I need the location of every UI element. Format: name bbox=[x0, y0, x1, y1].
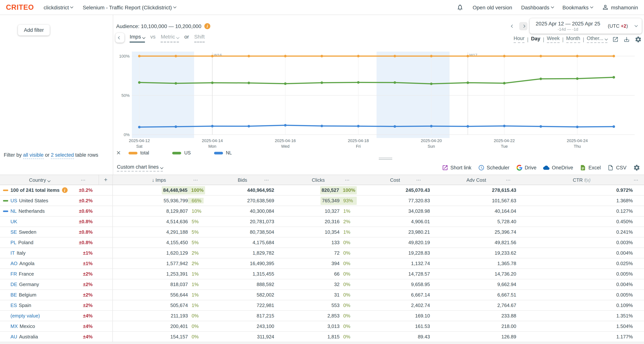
table-settings-gear-icon[interactable] bbox=[633, 164, 640, 171]
legend-close-icon[interactable]: ✕ bbox=[116, 150, 121, 156]
cell-country[interactable]: NLNetherlands±0.6% bbox=[0, 206, 98, 216]
add-column-button[interactable]: + bbox=[98, 175, 113, 185]
granularity-week[interactable]: Week bbox=[547, 36, 560, 43]
cell-country[interactable]: BEBelgium±2% bbox=[0, 290, 98, 300]
cell-country[interactable]: USUnited States±0.2% bbox=[0, 196, 98, 206]
table-row[interactable]: FRFrance±2%1,253,3911%1,315,455660%14,72… bbox=[0, 269, 644, 279]
legend-item-nl[interactable]: NL bbox=[214, 150, 232, 156]
cell-country[interactable]: ESSpain±2% bbox=[0, 300, 98, 310]
bell-icon[interactable] bbox=[457, 4, 464, 11]
table-row[interactable]: MXMexico±4%200,4010%243,1003,0130%161.53… bbox=[0, 321, 644, 332]
table-row[interactable]: PLPoland±0.8%4,155,4505%4,175,6841330%49… bbox=[0, 237, 644, 248]
country-code[interactable]: PL bbox=[10, 240, 16, 245]
shift-option[interactable]: Shift bbox=[194, 34, 205, 43]
cell-country[interactable]: 100 of 241 total itemsi±0.2% bbox=[0, 185, 98, 195]
excel-export-button[interactable]: Excel bbox=[580, 165, 601, 171]
column-header-country[interactable]: Country ⋯ bbox=[0, 175, 98, 185]
country-code[interactable]: AO bbox=[10, 261, 18, 266]
column-options-icon[interactable]: ⋯ bbox=[264, 177, 269, 183]
csv-export-button[interactable]: CSV bbox=[608, 165, 626, 171]
table-row[interactable]: ITItaly±1%1,620,1292%1,829,782720%19,228… bbox=[0, 248, 644, 258]
cell-country[interactable]: (empty value)±4% bbox=[0, 311, 98, 321]
country-code[interactable]: FR bbox=[10, 271, 17, 277]
table-row[interactable]: AOAngola±1%1,577,9422%16,490,3953940%1,1… bbox=[0, 258, 644, 269]
country-code[interactable]: US bbox=[10, 198, 17, 203]
open-in-new-icon[interactable] bbox=[612, 36, 618, 43]
table-row[interactable]: (empty value)±4%211,1930%817,2152,8530%1… bbox=[0, 311, 644, 321]
table-row[interactable]: USUnited States±0.2%55,936,79966%270,638… bbox=[0, 196, 644, 206]
cell-country[interactable]: MXMexico±4% bbox=[0, 321, 98, 331]
column-header-bids[interactable]: Bids ⋯ bbox=[205, 175, 280, 185]
column-options-icon[interactable]: ⋯ bbox=[506, 177, 511, 183]
date-next-button[interactable] bbox=[519, 22, 528, 30]
add-filter-button[interactable]: Add filter bbox=[18, 25, 50, 36]
country-code[interactable]: BE bbox=[10, 292, 17, 298]
collapse-chart-button[interactable] bbox=[116, 33, 124, 43]
metric-compare-dropdown[interactable]: Metric bbox=[161, 34, 179, 43]
all-visible-link[interactable]: all visible bbox=[23, 152, 44, 159]
country-code[interactable]: SE bbox=[10, 229, 17, 235]
user-menu[interactable]: mshamonin bbox=[602, 4, 638, 11]
column-options-icon[interactable]: ⋯ bbox=[345, 177, 350, 183]
column-options-icon[interactable]: ⋯ bbox=[634, 177, 639, 183]
cell-country[interactable]: DEGermany±2% bbox=[0, 279, 98, 289]
open-old-version-link[interactable]: Open old version bbox=[473, 4, 512, 10]
drive-export-button[interactable]: Drive bbox=[516, 165, 536, 171]
country-code[interactable]: UK bbox=[10, 219, 17, 224]
table-row[interactable]: UK±0.8%4,514,6365%20,781,07320,3162%4,90… bbox=[0, 216, 644, 227]
country-code[interactable]: IT bbox=[10, 250, 15, 256]
column-options-icon[interactable]: ⋯ bbox=[81, 177, 86, 183]
onedrive-export-button[interactable]: OneDrive bbox=[543, 165, 573, 171]
granularity-other[interactable]: Other... bbox=[587, 36, 608, 43]
table-row[interactable]: 100 of 241 total itemsi±0.2%84,448,94510… bbox=[0, 185, 644, 196]
cell-country[interactable]: AUAustralia±4% bbox=[0, 332, 98, 342]
column-header-clicks[interactable]: Clicks ⋯ bbox=[280, 175, 357, 185]
country-code[interactable]: NL bbox=[10, 208, 16, 214]
country-code[interactable]: MX bbox=[10, 323, 18, 329]
line-chart[interactable]: 100%50%0%2025-04-12Sat2025-04-14Mon2025-… bbox=[115, 44, 638, 149]
info-icon[interactable]: i bbox=[62, 187, 68, 193]
dashboards-dropdown[interactable]: Dashboards bbox=[521, 4, 554, 10]
cell-country[interactable]: ITItaly±1% bbox=[0, 248, 98, 258]
country-code[interactable]: ES bbox=[10, 302, 17, 308]
chart-resize-handle[interactable] bbox=[378, 158, 392, 160]
legend-item-total[interactable]: total bbox=[128, 150, 149, 156]
table-row[interactable]: NLNetherlands±0.6%8,129,80710%40,300,084… bbox=[0, 206, 644, 216]
table-row[interactable]: DEGermany±2%818,0371%888,592320%9,658.95… bbox=[0, 279, 644, 290]
table-row[interactable]: AUAustralia±4%154,1570%311,9241,8150%89.… bbox=[0, 332, 644, 342]
short-link-button[interactable]: Short link bbox=[442, 165, 472, 171]
granularity-month[interactable]: Month bbox=[566, 36, 580, 43]
table-row[interactable]: BEBelgium±2%556,6441%582,002310%6,667.14… bbox=[0, 290, 644, 300]
date-range-picker[interactable]: 2025 Apr 12 — 2025 Apr 25 -14d — -1d (UT… bbox=[530, 18, 642, 34]
metric-tab-imps[interactable]: Imps bbox=[130, 34, 145, 43]
selected-rows-link[interactable]: 2 selected bbox=[51, 152, 74, 159]
cell-imps: 55,936,79966% bbox=[113, 196, 205, 206]
download-icon[interactable] bbox=[624, 36, 630, 43]
country-code[interactable]: AU bbox=[10, 334, 17, 339]
cell-country[interactable]: UK±0.8% bbox=[0, 216, 98, 227]
country-code[interactable]: DE bbox=[10, 281, 17, 287]
column-options-icon[interactable]: ⋯ bbox=[416, 177, 421, 183]
date-prev-button[interactable] bbox=[509, 22, 517, 30]
column-header-imps[interactable]: ↓Imps ⋯ bbox=[113, 175, 205, 185]
table-row[interactable]: ESSpain±2%505,6741%722,9815530%2,402.742… bbox=[0, 300, 644, 311]
column-options-icon[interactable]: ⋯ bbox=[193, 177, 198, 183]
scheduler-button[interactable]: Scheduler bbox=[478, 165, 510, 171]
bookmarks-dropdown[interactable]: Bookmarks bbox=[562, 4, 593, 10]
legend-item-us[interactable]: US bbox=[172, 150, 191, 156]
custom-chart-lines-dropdown[interactable]: Custom chart lines bbox=[117, 164, 163, 171]
report-title-dropdown[interactable]: Selenium - Traffic Report (Clickdistrict… bbox=[83, 4, 176, 10]
cell-country[interactable]: AOAngola±1% bbox=[0, 258, 98, 268]
table-row[interactable]: SESweden±0.8%4,291,1885%80,738,50410,354… bbox=[0, 227, 644, 237]
column-header-ctr[interactable]: CTRf(x) ⋯ bbox=[519, 175, 644, 185]
granularity-hour[interactable]: Hour bbox=[514, 36, 525, 43]
granularity-day[interactable]: Day bbox=[531, 36, 540, 43]
chart-settings-gear-icon[interactable] bbox=[635, 36, 642, 43]
account-dropdown[interactable]: clickdistrict bbox=[44, 4, 73, 10]
column-header-adv-cost[interactable]: Adv Cost ⋯ bbox=[433, 175, 519, 185]
cell-country[interactable]: SESweden±0.8% bbox=[0, 227, 98, 237]
cell-country[interactable]: FRFrance±2% bbox=[0, 269, 98, 279]
info-icon[interactable]: i bbox=[204, 23, 210, 29]
cell-country[interactable]: PLPoland±0.8% bbox=[0, 237, 98, 247]
column-header-cost[interactable]: Cost ⋯ bbox=[357, 175, 433, 185]
